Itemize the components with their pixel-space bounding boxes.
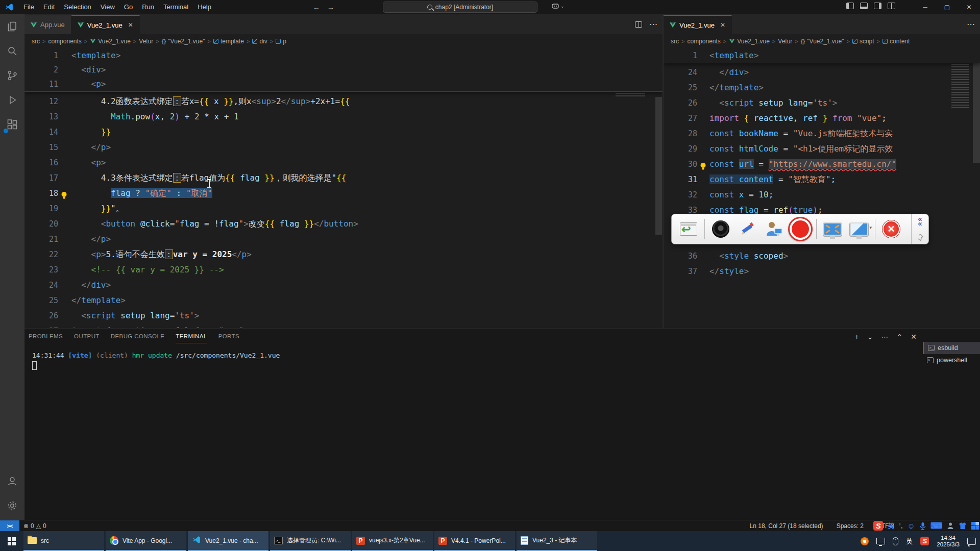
code-line-18[interactable]: 18 flag ? "确定" : "取消"	[24, 186, 663, 201]
tray-mouse-icon[interactable]	[893, 537, 898, 545]
sidebar-item-run-debug[interactable]	[0, 88, 24, 112]
tray-app-icon[interactable]	[861, 537, 869, 545]
camera-icon[interactable]	[710, 218, 731, 240]
command-center[interactable]: chap2 [Administrator]	[383, 2, 537, 13]
breadcrumb-item[interactable]: Vetur	[778, 38, 792, 45]
breadcrumb-item[interactable]: content	[883, 38, 910, 45]
panel-action-chev-up-icon[interactable]: ⌃	[897, 333, 903, 341]
problems-status[interactable]: ⊗ 0 △ 0	[23, 522, 46, 530]
tray-sogou-icon[interactable]: S	[920, 537, 929, 545]
ime-skin-icon[interactable]	[959, 522, 967, 530]
code-line-19[interactable]: 19 }}"。	[24, 201, 663, 216]
toggle-secondary-sidebar-icon[interactable]	[874, 3, 881, 9]
right-scrollbar[interactable]	[973, 48, 980, 163]
nav-forward-icon[interactable]: →	[327, 3, 334, 11]
code-line-1[interactable]: 1<template>	[24, 48, 663, 63]
ime-mic-icon[interactable]	[920, 522, 926, 530]
taskbar-item--c-wi-[interactable]: >_选择管理员: C:\Wi...	[270, 531, 351, 551]
breadcrumb-item[interactable]: components	[48, 38, 81, 45]
code-line-20[interactable]: 20 <button @click="flag = !flag">改变{{ fl…	[24, 216, 663, 232]
presenter-icon[interactable]	[763, 218, 785, 240]
menu-go[interactable]: Go	[119, 2, 137, 13]
share-screen-icon[interactable]: ▾	[848, 218, 870, 240]
breadcrumb-item[interactable]: components	[687, 38, 720, 45]
left-editor[interactable]: 12 4.2函数表达式绑定：若x={{ x }},则x<sup>2</sup>+…	[24, 48, 663, 328]
taskbar-item-vue2-1-vue-cha-[interactable]: Vue2_1.vue - cha...	[188, 531, 268, 551]
remote-indicator[interactable]: ><	[0, 520, 19, 532]
close-tab-icon[interactable]: ✕	[720, 21, 725, 29]
sidebar-item-extensions[interactable]	[0, 112, 24, 137]
cursor-position[interactable]: Ln 18, Col 27 (18 selected)	[750, 522, 823, 530]
tab-Vue2_1.vue[interactable]: Vue2_1.vue✕	[664, 15, 732, 34]
code-line-28[interactable]: 28const bookName = "Vue.js前端框架技术与实	[664, 126, 980, 141]
copilot-icon[interactable]: ⌄	[551, 3, 565, 10]
panel-tab-ports[interactable]: PORTS	[218, 333, 239, 343]
terminal-session-powershell[interactable]: >_powershell	[923, 354, 980, 366]
menu-terminal[interactable]: Terminal	[159, 2, 193, 13]
code-line-24[interactable]: 24 </div>	[24, 278, 663, 293]
panel-tab-problems[interactable]: PROBLEMS	[29, 333, 63, 343]
code-line-11[interactable]: 11 <p>	[24, 77, 663, 91]
breadcrumb-item[interactable]: div	[252, 38, 267, 45]
taskbar-item-vite-app-googl-[interactable]: Vite App - Googl...	[106, 531, 186, 551]
code-line-14[interactable]: 14 }}	[24, 124, 663, 140]
breadcrumb-item[interactable]: Vetur	[139, 38, 153, 45]
code-line-27[interactable]: 27import { reactive, ref } from "vue";	[24, 323, 663, 328]
left-scrollbar[interactable]	[655, 97, 662, 235]
lightbulb-icon[interactable]	[699, 160, 707, 168]
panel-action-plus-icon[interactable]: +	[855, 333, 859, 341]
code-line-23[interactable]: 23 <!-- {{ var y = 2025 }} -->	[24, 262, 663, 278]
menu-help[interactable]: Help	[193, 2, 216, 13]
indentation[interactable]: Spaces: 2	[837, 522, 864, 530]
tray-network-icon[interactable]	[876, 538, 885, 544]
account-icon[interactable]	[0, 469, 24, 493]
ime-toolbox-icon[interactable]	[971, 522, 979, 530]
panel-tab-output[interactable]: OUTPUT	[74, 333, 100, 343]
breadcrumb-item[interactable]: {}"Vue2_1.vue"	[801, 38, 844, 45]
tray-ime-lang[interactable]: 英	[906, 537, 913, 546]
code-line-13[interactable]: 13 Math.pow(x, 2) + 2 * x + 1	[24, 109, 663, 124]
code-line-32[interactable]: 32const x = 10;	[664, 187, 980, 203]
menu-edit[interactable]: Edit	[39, 2, 59, 13]
panel-action-more-icon[interactable]: ⋯	[881, 333, 889, 341]
taskbar-item-vuejs3-x-2-vue-[interactable]: Pvuejs3.x-第2章Vue...	[352, 531, 433, 551]
breadcrumb-item[interactable]: Vue2_1.vue	[729, 38, 770, 45]
ime-punct-icon[interactable]: ’,	[899, 522, 902, 530]
breadcrumb-item[interactable]: {}"Vue2_1.vue"	[162, 38, 205, 45]
breadcrumb-item[interactable]: script	[852, 38, 874, 45]
breadcrumb-item[interactable]: Vue2_1.vue	[90, 38, 131, 45]
ime-user-icon[interactable]	[947, 522, 954, 530]
breadcrumb-item[interactable]: src	[671, 38, 679, 45]
nav-back-icon[interactable]: ←	[313, 3, 320, 11]
code-line-26[interactable]: 26 <script setup lang='ts'>	[24, 308, 663, 323]
breadcrumb-item[interactable]: src	[32, 38, 40, 45]
code-line-15[interactable]: 15 </p>	[24, 140, 663, 155]
lightbulb-icon[interactable]	[60, 189, 68, 197]
toggle-sidebar-icon[interactable]	[846, 3, 854, 9]
pin-icon[interactable]	[917, 234, 924, 242]
breadcrumb-item[interactable]: p	[276, 38, 286, 45]
code-line-1[interactable]: 1<template>	[664, 48, 980, 63]
code-line-2[interactable]: 2 <div>	[24, 63, 663, 77]
panel-action-chev-down-icon[interactable]: ⌄	[867, 333, 873, 341]
more-actions-icon[interactable]: ⋯	[967, 19, 975, 29]
code-line-12[interactable]: 12 4.2函数表达式绑定：若x={{ x }},则x<sup>2</sup>+…	[24, 94, 663, 109]
code-line-36[interactable]: 36 <style scoped>	[664, 248, 980, 264]
right-editor[interactable]: 24 </div>25</template>26 <script setup l…	[664, 48, 980, 328]
taskbar-item-vue2-3-[interactable]: Vue2_3 - 记事本	[517, 531, 597, 551]
sidebar-item-explorer[interactable]	[0, 14, 24, 39]
code-line-24[interactable]: 24 </div>	[664, 65, 980, 80]
pencil-icon[interactable]	[737, 218, 758, 240]
taskbar-item-v4-4-1-powerpoi-[interactable]: PV4.4.1 - PowerPoi...	[434, 531, 515, 551]
panel-tab-debug-console[interactable]: DEBUG CONSOLE	[111, 333, 165, 343]
code-line-25[interactable]: 25</template>	[664, 80, 980, 95]
maximize-button[interactable]: ▢	[936, 0, 958, 14]
terminal-session-esbuild[interactable]: >_esbuild	[923, 342, 980, 354]
return-window-icon[interactable]: ↩	[678, 218, 699, 240]
code-line-26[interactable]: 26 <script setup lang='ts'>	[664, 95, 980, 111]
minimize-button[interactable]: ─	[914, 0, 936, 14]
sidebar-item-search[interactable]	[0, 39, 24, 63]
ime-toolbar[interactable]: S 英 ’, ☺ ⌨	[873, 521, 979, 531]
code-line-37[interactable]: 37</style>	[664, 264, 980, 279]
right-minimap[interactable]	[951, 59, 969, 110]
